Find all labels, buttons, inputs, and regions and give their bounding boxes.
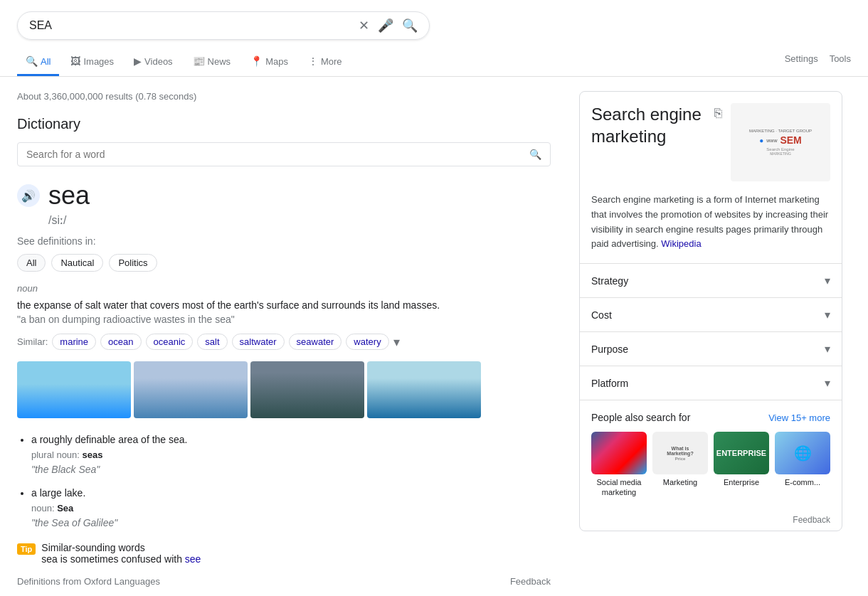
- search-bar-wrap: ✕ 🎤 🔍: [17, 11, 851, 40]
- people-img-enterprise: ENTERPRISE: [714, 432, 769, 474]
- nav-tabs: 🔍 All 🖼 Images ▶ Videos 📰 News 📍 Maps ⋮ …: [17, 48, 851, 76]
- all-icon: 🔍: [26, 55, 38, 67]
- word-display: sea: [48, 181, 90, 211]
- tip-content: Similar-sounding words sea is sometimes …: [41, 542, 201, 565]
- accordion-strategy[interactable]: Strategy ▾: [580, 264, 842, 298]
- kp-title: Search engine marketing: [591, 103, 706, 147]
- people-item-enterprise[interactable]: ENTERPRISE Enterprise: [714, 432, 769, 498]
- tip-title: Similar-sounding words: [41, 542, 201, 553]
- videos-icon: ▶: [134, 55, 142, 67]
- settings-link[interactable]: Settings: [785, 53, 818, 64]
- left-column: About 3,360,000,000 results (0.78 second…: [17, 91, 551, 587]
- similar-more-icon[interactable]: ▾: [393, 334, 400, 350]
- search-bar[interactable]: ✕ 🎤 🔍: [17, 11, 430, 40]
- right-column: Search engine marketing ⎘ MARKETING · TA…: [579, 91, 842, 587]
- left-feedback-link[interactable]: Feedback: [510, 576, 551, 587]
- tab-maps[interactable]: 📍 Maps: [242, 48, 297, 76]
- sea-image-3[interactable]: [250, 361, 364, 418]
- sub-def-2: a large lake. noun: Sea "the Sea of Gali…: [31, 486, 551, 531]
- similar-ocean[interactable]: ocean: [100, 334, 141, 350]
- dict-search-bar[interactable]: 🔍: [17, 142, 551, 166]
- people-label-enterprise: Enterprise: [724, 477, 759, 487]
- dict-search-icon[interactable]: 🔍: [529, 149, 541, 160]
- knowledge-panel: Search engine marketing ⎘ MARKETING · TA…: [579, 91, 842, 531]
- people-item-social[interactable]: Social media marketing: [591, 432, 647, 498]
- accordion-purpose[interactable]: Purpose ▾: [580, 332, 842, 366]
- tab-images[interactable]: 🖼 Images: [62, 48, 122, 76]
- kp-title-area: Search engine marketing: [591, 103, 706, 147]
- chevron-down-icon: ▾: [825, 274, 830, 287]
- similar-words-row: Similar: marine ocean oceanic salt saltw…: [17, 334, 551, 350]
- sub-def-1-plural: plural noun: seas: [31, 449, 103, 460]
- part-of-speech: noun: [17, 283, 551, 294]
- similar-oceanic[interactable]: oceanic: [146, 334, 194, 350]
- accordion-platform[interactable]: Platform ▾: [580, 366, 842, 400]
- sea-image-1[interactable]: [17, 361, 131, 418]
- tab-videos-label: Videos: [144, 56, 173, 67]
- mic-icon[interactable]: 🎤: [378, 18, 393, 33]
- similar-saltwater[interactable]: saltwater: [232, 334, 285, 350]
- dictionary-section: Dictionary 🔍 🔊 sea /siː/ See definitions…: [17, 116, 551, 587]
- tab-videos[interactable]: ▶ Videos: [125, 48, 181, 76]
- tag-politics[interactable]: Politics: [109, 254, 157, 272]
- sub-definitions: a roughly definable area of the sea. plu…: [17, 432, 551, 531]
- accordion-platform-label: Platform: [591, 378, 628, 389]
- accordion-cost[interactable]: Cost ▾: [580, 298, 842, 332]
- tip-section: Tip Similar-sounding words sea is someti…: [17, 542, 551, 565]
- tab-more[interactable]: ⋮ More: [300, 48, 351, 76]
- search-input[interactable]: [29, 19, 353, 32]
- kp-description: Search engine marketing is a form of Int…: [580, 193, 842, 264]
- word-header: 🔊 sea: [17, 181, 551, 211]
- dictionary-title: Dictionary: [17, 116, 551, 132]
- sub-def-2-noun: noun: Sea: [31, 503, 73, 513]
- tab-more-label: More: [321, 56, 342, 67]
- kp-feedback[interactable]: Feedback: [580, 509, 842, 531]
- share-icon[interactable]: ⎘: [714, 106, 722, 121]
- people-header: People also search for View 15+ more: [591, 412, 830, 423]
- nav-settings-tools: Settings Tools: [785, 53, 851, 71]
- view-more-link[interactable]: View 15+ more: [768, 413, 830, 423]
- sub-def-2-text: a large lake.: [31, 487, 85, 499]
- main-content: About 3,360,000,000 results (0.78 second…: [0, 77, 868, 596]
- tag-all[interactable]: All: [17, 254, 46, 272]
- sea-image-2[interactable]: [134, 361, 248, 418]
- people-search-title: People also search for: [591, 412, 690, 423]
- people-label-marketing: Marketing: [663, 477, 697, 487]
- people-label-social: Social media marketing: [591, 477, 647, 498]
- people-img-social: [591, 432, 647, 474]
- tag-nautical[interactable]: Nautical: [51, 254, 103, 272]
- tab-maps-label: Maps: [265, 56, 288, 67]
- kp-image[interactable]: MARKETING · TARGET GROUP ● www SEM Searc…: [731, 103, 830, 181]
- people-item-ecomm[interactable]: 🌐 E-comm...: [775, 432, 830, 498]
- header: ✕ 🎤 🔍 🔍 All 🖼 Images ▶ Videos 📰 News 📍 M…: [0, 0, 868, 77]
- maps-icon: 📍: [250, 55, 263, 67]
- people-img-ecomm: 🌐: [775, 432, 830, 474]
- similar-salt[interactable]: salt: [197, 334, 227, 350]
- speaker-button[interactable]: 🔊: [17, 184, 40, 207]
- images-icon: 🖼: [70, 55, 80, 67]
- people-grid: Social media marketing What isMarketing?…: [591, 432, 830, 498]
- wikipedia-link[interactable]: Wikipedia: [661, 238, 701, 249]
- tools-link[interactable]: Tools: [830, 53, 851, 64]
- sub-def-1: a roughly definable area of the sea. plu…: [31, 432, 551, 477]
- tip-badge: Tip: [17, 543, 36, 555]
- defs-from-row: Definitions from Oxford Languages Feedba…: [17, 576, 551, 587]
- people-item-marketing[interactable]: What isMarketing?Price Marketing: [652, 432, 708, 498]
- see-defs-label: See definitions in:: [17, 235, 551, 247]
- people-img-marketing: What isMarketing?Price: [652, 432, 708, 474]
- tab-all-label: All: [41, 56, 51, 67]
- defs-from-text: Definitions from Oxford Languages: [17, 576, 160, 587]
- sea-image-4[interactable]: [367, 361, 481, 418]
- clear-icon[interactable]: ✕: [359, 18, 369, 33]
- similar-seawater[interactable]: seawater: [289, 334, 342, 350]
- tab-news-label: News: [208, 56, 231, 67]
- tip-body: sea is sometimes confused with see: [41, 553, 201, 565]
- sea-images: [17, 361, 551, 418]
- tab-news[interactable]: 📰 News: [184, 48, 240, 76]
- similar-watery[interactable]: watery: [346, 334, 388, 350]
- dict-search-input[interactable]: [26, 149, 529, 160]
- tip-link[interactable]: see: [185, 553, 201, 565]
- similar-marine[interactable]: marine: [52, 334, 96, 350]
- tab-all[interactable]: 🔍 All: [17, 48, 59, 76]
- search-icon[interactable]: 🔍: [402, 18, 418, 33]
